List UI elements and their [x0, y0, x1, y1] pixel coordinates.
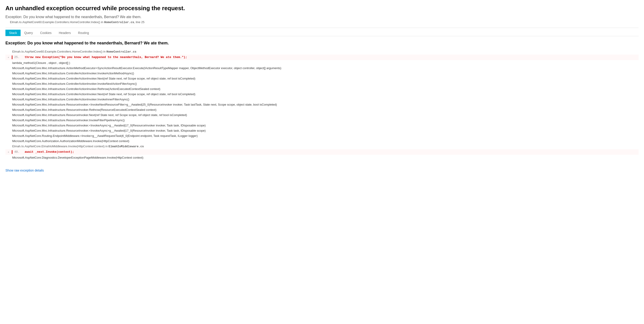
stack-entry-1: lambda_method1(Closure , object , object…: [6, 61, 638, 65]
stack-entry-8: Microsoft.AspNetCore.Mvc.Infrastructure.…: [6, 97, 638, 102]
stack-entry-18: Microsoft.AspNetCore.Diagnostics.Develop…: [6, 155, 638, 160]
stack-code-25: + 25. throw new Exception("Do you know w…: [6, 55, 638, 60]
red-bar-40: [12, 150, 12, 154]
stack-entry-10: Microsoft.AspNetCore.Mvc.Infrastructure.…: [6, 107, 638, 112]
stack-entry-6: Microsoft.AspNetCore.Mvc.Infrastructure.…: [6, 87, 638, 91]
stack-entry-11: Microsoft.AspNetCore.Mvc.Infrastructure.…: [6, 113, 638, 117]
stack-entry-12: Microsoft.AspNetCore.Mvc.Infrastructure.…: [6, 118, 638, 123]
stack-entry-17: Elmah.Io.AspNetCore.ElmahIoMiddleware.In…: [6, 144, 638, 149]
stack-entry-2: Microsoft.AspNetCore.Mvc.Infrastructure.…: [6, 66, 638, 70]
stack-content: Exception: Do you know what happened to …: [6, 36, 638, 177]
location-line-suffix: ,: [134, 20, 136, 24]
stack-section-title: Exception: Do you know what happened to …: [6, 41, 638, 46]
exception-subtitle: Exception: Do you know what happened to …: [6, 15, 638, 19]
stack-entry-0: Elmah.Io.AspNetCore60.Example.Controller…: [6, 49, 638, 54]
location-text: Elmah.Io.AspNetCore60.Example.Controller…: [10, 20, 104, 24]
stack-file-ref-0: HomeController.cs: [106, 50, 136, 54]
tab-cookies[interactable]: Cookies: [36, 30, 55, 36]
expand-btn-25[interactable]: +: [8, 56, 10, 59]
stack-code-40: + 40. await _next.Invoke(context);: [6, 149, 638, 155]
tab-query[interactable]: Query: [20, 30, 36, 36]
code-text-25: throw new Exception("Do you know what ha…: [25, 56, 187, 59]
stack-entry-9: Microsoft.AspNetCore.Mvc.Infrastructure.…: [6, 102, 638, 107]
show-raw-link[interactable]: Show raw exception details: [6, 169, 44, 172]
location-lineno: line 25: [136, 20, 144, 24]
tab-stack[interactable]: Stack: [6, 30, 20, 36]
stack-method-0: Elmah.Io.AspNetCore60.Example.Controller…: [6, 49, 638, 54]
line-number-25: 25.: [14, 56, 21, 59]
stack-entry-13: Microsoft.AspNetCore.Mvc.Infrastructure.…: [6, 123, 638, 128]
red-bar-25: [12, 56, 12, 59]
stack-entry-4: Microsoft.AspNetCore.Mvc.Infrastructure.…: [6, 76, 638, 81]
tab-bar: Stack Query Cookies Headers Routing: [6, 28, 638, 36]
stack-entry-15: Microsoft.AspNetCore.Routing.EndpointMid…: [6, 133, 638, 138]
stack-entry-16: Microsoft.AspNetCore.Authorization.Autho…: [6, 139, 638, 143]
stack-file-ref-17: ElmahIoMiddleware.cs: [108, 145, 144, 148]
stack-entry-7: Microsoft.AspNetCore.Mvc.Infrastructure.…: [6, 92, 638, 96]
stack-method-17: Elmah.Io.AspNetCore.ElmahIoMiddleware.In…: [6, 144, 638, 149]
tab-routing[interactable]: Routing: [74, 30, 92, 36]
line-number-40: 40.: [14, 150, 21, 154]
stack-entry-3: Microsoft.AspNetCore.Mvc.Infrastructure.…: [6, 71, 638, 76]
location-filename: HomeController.cs: [104, 21, 134, 24]
expand-btn-40[interactable]: +: [8, 151, 10, 153]
exception-location: Elmah.Io.AspNetCore60.Example.Controller…: [6, 20, 638, 24]
tab-headers[interactable]: Headers: [55, 30, 74, 36]
code-text-40: await _next.Invoke(context);: [25, 150, 74, 154]
stack-entry-5: Microsoft.AspNetCore.Mvc.Infrastructure.…: [6, 81, 638, 86]
page-main-title: An unhandled exception occurred while pr…: [6, 5, 638, 12]
stack-entry-14: Microsoft.AspNetCore.Mvc.Infrastructure.…: [6, 128, 638, 133]
